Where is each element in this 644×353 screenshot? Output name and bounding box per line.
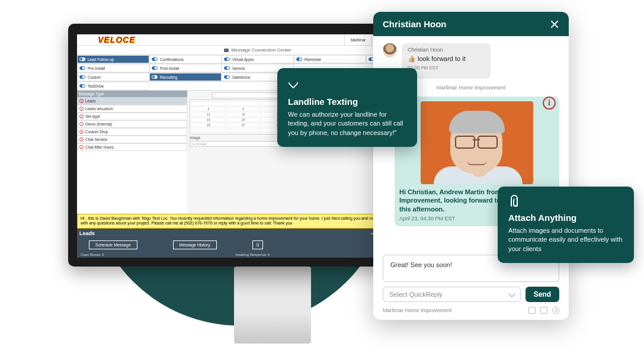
- chat-panel: Christian Hoon Christian Hoon 👍🏼 look fo…: [373, 12, 569, 320]
- message-type-header: Message Type: [77, 91, 187, 97]
- third-button[interactable]: S: [252, 240, 264, 249]
- image-label: Image: [190, 136, 210, 140]
- phone-icon: [288, 79, 301, 92]
- toggle-virtual-appts[interactable]: Virtual Appts: [222, 55, 294, 63]
- sender-name: Christian Hoon: [408, 47, 485, 53]
- thumbs-up-icon: 👍🏼: [408, 55, 416, 63]
- mt-leads[interactable]: iLeads: [77, 97, 187, 105]
- mt-chat-after-hours[interactable]: iChat After Hours: [77, 143, 187, 151]
- mcc-title-text: Message Connection Center: [231, 47, 291, 53]
- toggle-testdrive[interactable]: TestDrive: [77, 82, 149, 90]
- mt-chat-service[interactable]: iChat Service: [77, 136, 187, 143]
- info-icon: i: [79, 130, 84, 134]
- toggle-confirmations[interactable]: Confirmations: [149, 55, 222, 63]
- message-history-button[interactable]: Message History: [173, 240, 217, 249]
- open-boxes-status: Open Boxes: 0: [81, 253, 104, 256]
- comment-icon: [224, 49, 229, 52]
- callout1-body: We can authorize your landline for texti…: [288, 110, 406, 137]
- info-icon: i: [79, 145, 84, 149]
- app-logo: VELOCE: [77, 35, 136, 44]
- toggle-lead-followup[interactable]: Lead Follow-up: [77, 55, 149, 63]
- mt-demo[interactable]: iDemo (Internal): [77, 120, 187, 128]
- toggle-custom[interactable]: Custom: [77, 73, 149, 81]
- awaiting-status: Awaiting Response: 0: [236, 253, 270, 256]
- chat-title: Christian Hoon: [383, 19, 447, 29]
- message-type-list: iLeads iLeads w/custom iSet Appt iDemo (…: [77, 97, 187, 214]
- info-icon: i: [79, 107, 84, 111]
- toggle-recruiting[interactable]: Recruiting: [149, 73, 222, 81]
- nav-marlimar[interactable]: Marlimar: [344, 34, 371, 45]
- chevron-down-icon: [508, 290, 515, 297]
- info-icon: i: [79, 99, 84, 103]
- footer-brand: Marlimar Home Improvement: [383, 307, 452, 313]
- info-icon: i: [79, 137, 84, 142]
- callout2-body: Attach images and documents to communica…: [508, 226, 623, 253]
- avatar: [383, 43, 397, 57]
- attach-icon[interactable]: [528, 307, 536, 314]
- mt-custom-drop[interactable]: iCustom Drop: [77, 128, 187, 136]
- leads-title: Leads: [79, 230, 95, 236]
- info-icon: i: [79, 114, 84, 118]
- quickreply-placeholder: Select QuickReply: [389, 291, 443, 298]
- info-icon[interactable]: i: [543, 97, 556, 110]
- close-icon[interactable]: [550, 20, 559, 29]
- callout-landline: Landline Texting We can authorize your l…: [277, 68, 417, 147]
- send-arrow-icon[interactable]: [552, 307, 559, 314]
- message-type-panel: Message Type iLeads iLeads w/custom iSet…: [77, 91, 187, 214]
- quickreply-select[interactable]: Select QuickReply: [383, 287, 521, 302]
- info-icon: i: [79, 122, 84, 126]
- monitor-stand: [234, 267, 311, 344]
- in-text: look forward to it: [418, 55, 466, 62]
- in-timestamp: 02:20 PM EST: [408, 65, 485, 70]
- chat-header: Christian Hoon: [373, 12, 569, 36]
- mt-set-appt[interactable]: iSet Appt: [77, 113, 187, 120]
- paperclip-icon: [508, 195, 521, 208]
- callout1-title: Landline Texting: [288, 97, 406, 107]
- schedule-message-button[interactable]: Schedule Message: [89, 240, 137, 249]
- toggle-reminder[interactable]: Reminder: [294, 55, 366, 63]
- send-button[interactable]: Send: [526, 287, 559, 302]
- image-icon[interactable]: [540, 307, 547, 314]
- toggle-post-install[interactable]: Post-Install: [149, 64, 222, 72]
- toggle-pre-install[interactable]: Pre-Install: [77, 64, 149, 72]
- mt-leads-custom[interactable]: iLeads w/custom: [77, 105, 187, 113]
- callout-attach: Attach Anything Attach images and docume…: [498, 187, 634, 263]
- attached-photo: [421, 101, 533, 184]
- callout2-title: Attach Anything: [508, 213, 623, 223]
